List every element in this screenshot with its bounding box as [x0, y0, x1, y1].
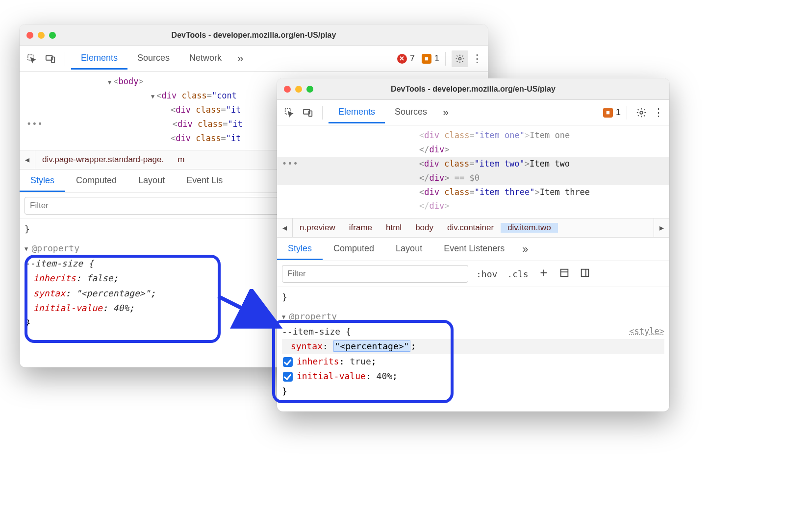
- titlebar: DevTools - developer.mozilla.org/en-US/p…: [20, 24, 488, 46]
- subtab-styles[interactable]: Styles: [277, 239, 323, 260]
- declaration-checkbox[interactable]: [283, 372, 293, 382]
- tabs-overflow-icon[interactable]: »: [437, 106, 455, 119]
- tab-elements[interactable]: Elements: [71, 48, 127, 70]
- errors-badge[interactable]: ✕ 7: [397, 53, 415, 64]
- errors-count: 7: [410, 53, 415, 64]
- breadcrumb-item[interactable]: div.page-wrapper.standard-page.: [35, 155, 171, 165]
- svg-point-7: [640, 111, 643, 114]
- inspect-element-icon[interactable]: [281, 104, 298, 121]
- svg-rect-9: [581, 269, 588, 277]
- styles-subtabs: Styles Computed Layout Event Listeners »: [277, 238, 669, 261]
- breadcrumb-item[interactable]: body: [408, 223, 440, 233]
- device-toggle-icon[interactable]: [42, 50, 59, 67]
- breadcrumb-item-selected[interactable]: div.item.two: [501, 223, 558, 233]
- subtab-layout[interactable]: Layout: [127, 170, 176, 192]
- hov-toggle[interactable]: :hov: [474, 269, 499, 279]
- declaration-initial-value[interactable]: initial-value: 40%;: [282, 369, 664, 384]
- breadcrumb-left-arrow[interactable]: ◂: [277, 218, 293, 237]
- breadcrumb-item[interactable]: html: [379, 223, 408, 233]
- declaration-inherits[interactable]: inherits: true;: [282, 354, 664, 369]
- at-property-header[interactable]: @property: [282, 309, 664, 324]
- rule-close-brace: }: [282, 290, 664, 305]
- subtab-computed[interactable]: Computed: [323, 239, 385, 260]
- breadcrumb[interactable]: ◂ n.preview iframe html body div.contain…: [277, 218, 669, 238]
- cls-toggle[interactable]: .cls: [505, 269, 530, 279]
- styles-filter-input[interactable]: [282, 265, 468, 283]
- tab-sources[interactable]: Sources: [127, 48, 179, 70]
- titlebar: DevTools - developer.mozilla.org/en-US/p…: [277, 78, 669, 100]
- dom-ellipsis[interactable]: •••: [20, 117, 46, 131]
- styles-filter-bar: :hov .cls: [277, 261, 669, 287]
- tabs-overflow-icon[interactable]: »: [231, 52, 249, 65]
- tab-sources[interactable]: Sources: [385, 102, 437, 123]
- error-icon: ✕: [397, 54, 407, 64]
- inspect-element-icon[interactable]: [24, 50, 40, 67]
- tab-network[interactable]: Network: [179, 48, 231, 70]
- svg-rect-8: [560, 269, 568, 277]
- more-menu-icon[interactable]: ⋮: [470, 52, 484, 65]
- computed-toggle-icon[interactable]: [557, 267, 572, 280]
- subtab-styles[interactable]: Styles: [20, 170, 65, 192]
- devtools-window-2: DevTools - developer.mozilla.org/en-US/p…: [277, 78, 669, 411]
- main-toolbar: Elements Sources » ■ 1 ⋮: [277, 100, 669, 125]
- issues-count: 1: [434, 53, 439, 64]
- breadcrumb-left-arrow[interactable]: ◂: [20, 150, 35, 169]
- subtab-event-listeners[interactable]: Event Listeners: [433, 239, 515, 260]
- style-source-link[interactable]: <style>: [629, 324, 664, 339]
- more-menu-icon[interactable]: ⋮: [652, 106, 665, 119]
- issue-icon: ■: [422, 54, 431, 64]
- issues-badge[interactable]: ■ 1: [603, 107, 621, 118]
- device-toggle-icon[interactable]: [300, 104, 316, 121]
- sidebar-toggle-icon[interactable]: [578, 267, 592, 280]
- tab-elements[interactable]: Elements: [329, 102, 385, 123]
- settings-button[interactable]: [633, 104, 650, 121]
- issues-count: 1: [616, 107, 621, 118]
- issue-icon: ■: [603, 108, 613, 118]
- subtab-computed[interactable]: Computed: [65, 170, 127, 192]
- dom-tree[interactable]: <div class="item one">Item one </div> ••…: [277, 125, 669, 218]
- rule-close-brace: }: [282, 384, 664, 399]
- breadcrumb-right-arrow[interactable]: ▸: [654, 218, 669, 237]
- main-toolbar: Elements Sources Network » ✕ 7 ■ 1 ⋮: [20, 46, 488, 72]
- new-style-rule-icon[interactable]: [536, 267, 551, 280]
- declaration-checkbox[interactable]: [283, 357, 293, 367]
- breadcrumb-item[interactable]: div.container: [440, 223, 501, 233]
- breadcrumb-item[interactable]: iframe: [342, 223, 379, 233]
- declaration-syntax[interactable]: syntax: "<percentage>";: [282, 339, 664, 354]
- window-title: DevTools - developer.mozilla.org/en-US/p…: [20, 31, 488, 40]
- dom-ellipsis[interactable]: •••: [277, 157, 302, 171]
- subtab-event-listeners[interactable]: Event Lis: [176, 170, 233, 192]
- svg-point-3: [459, 57, 461, 60]
- settings-button[interactable]: [452, 50, 468, 67]
- issues-badge[interactable]: ■ 1: [422, 53, 439, 64]
- subtab-layout[interactable]: Layout: [385, 239, 433, 260]
- breadcrumb-item[interactable]: m: [171, 155, 191, 165]
- window-title: DevTools - developer.mozilla.org/en-US/p…: [277, 85, 669, 94]
- subtabs-overflow-icon[interactable]: »: [515, 243, 535, 256]
- breadcrumb-item[interactable]: n.preview: [293, 223, 342, 233]
- styles-pane[interactable]: } @property --item-size { <style> syntax…: [277, 287, 669, 404]
- property-rule-name: --item-size {: [282, 326, 351, 337]
